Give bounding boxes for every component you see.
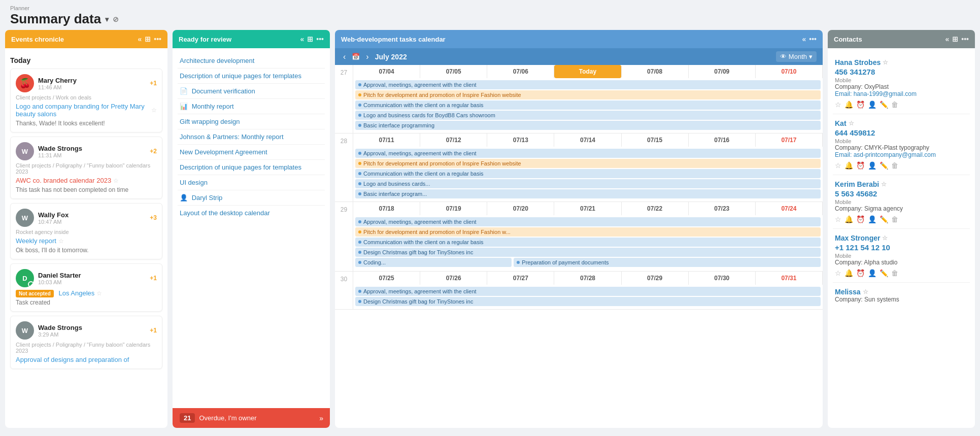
- review-item[interactable]: 📊 Monthly report: [178, 99, 325, 114]
- review-item[interactable]: Description of unique pages for template…: [178, 69, 325, 84]
- star-icon[interactable]: ☆: [881, 181, 887, 188]
- calendar-event[interactable]: Preparation of payment documents: [514, 258, 821, 267]
- review-settings-icon[interactable]: ⊞: [307, 35, 313, 43]
- star-icon[interactable]: ☆: [58, 238, 64, 245]
- review-item[interactable]: Layout of the desktop calendar: [178, 206, 325, 220]
- star-action-icon[interactable]: ☆: [835, 269, 841, 277]
- calendar-event[interactable]: Approval, meetings, agreement with the c…: [355, 287, 821, 296]
- contact-name[interactable]: Kat ☆: [835, 119, 968, 127]
- review-item-link[interactable]: Monthly report: [192, 103, 234, 110]
- star-icon[interactable]: ☆: [151, 107, 157, 114]
- edit-icon[interactable]: ✏️: [880, 215, 888, 223]
- calendar-collapse-icon[interactable]: «: [802, 35, 806, 43]
- calendar-event[interactable]: Logo and business cards for BoydB8 Cars …: [355, 111, 821, 120]
- bell-icon[interactable]: 🔔: [844, 161, 853, 170]
- title-dropdown-arrow[interactable]: ▾: [105, 15, 109, 23]
- calendar-event[interactable]: Pitch for development and promotion of I…: [355, 227, 821, 237]
- review-item[interactable]: 📄 Document verification: [178, 84, 325, 99]
- person-icon[interactable]: 👤: [868, 100, 876, 109]
- star-action-icon[interactable]: ☆: [835, 161, 841, 170]
- events-collapse-icon[interactable]: «: [138, 35, 142, 43]
- events-settings-icon[interactable]: ⊞: [145, 35, 151, 43]
- contact-name[interactable]: Max Stronger ☆: [835, 234, 968, 242]
- calendar-event[interactable]: Basic interface program...: [355, 189, 821, 198]
- calendar-event[interactable]: Basic interface programming: [355, 121, 821, 130]
- calendar-event[interactable]: Design Christmas gift bag for TinyStones…: [355, 248, 821, 257]
- clock-icon[interactable]: ⏰: [856, 100, 865, 109]
- bell-icon[interactable]: 🔔: [844, 100, 853, 109]
- review-collapse-icon[interactable]: «: [300, 35, 304, 43]
- trash-icon[interactable]: 🗑: [891, 100, 898, 109]
- star-icon[interactable]: ☆: [882, 234, 888, 242]
- view-selector[interactable]: 👁 Month ▾: [776, 51, 817, 62]
- review-item[interactable]: Description of unique pages for template…: [178, 160, 325, 175]
- clock-icon[interactable]: ⏰: [856, 161, 865, 170]
- calendar-event[interactable]: Approval, meetings, agreement with the c…: [355, 149, 821, 158]
- review-more-icon[interactable]: •••: [316, 35, 324, 43]
- review-item[interactable]: UI design: [178, 175, 325, 190]
- bell-icon[interactable]: 🔔: [844, 215, 853, 223]
- calendar-event[interactable]: Approval, meetings, agreement with the c…: [355, 217, 821, 226]
- star-icon[interactable]: ☆: [113, 177, 119, 184]
- review-item[interactable]: Johnson & Partners: Monthly report: [178, 129, 325, 145]
- review-item[interactable]: 👤 Daryl Strip: [178, 190, 325, 206]
- star-icon[interactable]: ☆: [863, 288, 868, 295]
- review-item-link[interactable]: Johnson & Partners: Monthly report: [180, 133, 284, 141]
- review-item-link[interactable]: UI design: [180, 179, 208, 186]
- review-item-link[interactable]: Document verification: [192, 87, 255, 95]
- calendar-event[interactable]: Coding...: [355, 258, 512, 267]
- contact-name[interactable]: Kerim Berabi ☆: [835, 180, 968, 188]
- review-item-link[interactable]: Layout of the desktop calendar: [180, 209, 270, 217]
- review-item-link[interactable]: Description of unique pages for template…: [180, 72, 301, 80]
- edit-icon[interactable]: ✏️: [880, 100, 888, 109]
- events-more-icon[interactable]: •••: [154, 35, 161, 43]
- contact-name[interactable]: Hana Strobes ☆: [835, 58, 968, 66]
- trash-icon[interactable]: 🗑: [891, 215, 898, 223]
- person-icon[interactable]: 👤: [868, 215, 876, 223]
- contacts-more-icon[interactable]: •••: [961, 35, 969, 43]
- star-action-icon[interactable]: ☆: [835, 215, 841, 223]
- event-link[interactable]: Logo and company branding for Pretty Mar…: [16, 103, 157, 118]
- contacts-settings-icon[interactable]: ⊞: [952, 35, 958, 43]
- contact-name[interactable]: Melissa ☆: [835, 288, 968, 296]
- trash-icon[interactable]: 🗑: [891, 161, 898, 170]
- overdue-arrows-icon[interactable]: »: [319, 414, 323, 422]
- edit-icon[interactable]: ✏️: [880, 269, 888, 277]
- trash-icon[interactable]: 🗑: [891, 269, 898, 277]
- edit-icon[interactable]: ✏️: [880, 161, 888, 170]
- star-action-icon[interactable]: ☆: [835, 100, 841, 109]
- calendar-next-button[interactable]: ›: [364, 52, 370, 61]
- person-icon[interactable]: 👤: [868, 269, 876, 277]
- filter-icon[interactable]: ⊘: [113, 15, 119, 23]
- star-icon[interactable]: ☆: [849, 120, 854, 127]
- clock-icon[interactable]: ⏰: [856, 269, 865, 277]
- contact-email[interactable]: Email: hana-1999@gmail.com: [835, 90, 968, 97]
- contacts-collapse-icon[interactable]: «: [945, 35, 949, 43]
- event-link[interactable]: Approval of designs and preparation of: [16, 356, 157, 363]
- event-link[interactable]: AWC co. branded calendar 2023 ☆: [16, 177, 157, 184]
- calendar-event[interactable]: Approval, meetings, agreement with the c…: [355, 80, 821, 89]
- calendar-event[interactable]: Logo and business cards...: [355, 179, 821, 188]
- person-icon[interactable]: 👤: [868, 161, 876, 170]
- contact-email[interactable]: Email: asd-printcompany@gmail.com: [835, 151, 968, 158]
- calendar-event[interactable]: Design Christmas gift bag for TinyStones…: [355, 297, 821, 306]
- review-item-link[interactable]: New Development Agreement: [180, 148, 267, 156]
- calendar-icon[interactable]: 📅: [352, 53, 360, 60]
- calendar-event[interactable]: Communication with the client on a regul…: [355, 238, 821, 247]
- review-item-link[interactable]: Description of unique pages for template…: [180, 163, 301, 171]
- calendar-event[interactable]: Communication with the client on a regul…: [355, 169, 821, 178]
- bell-icon[interactable]: 🔔: [844, 269, 853, 277]
- review-item[interactable]: New Development Agreement: [178, 145, 325, 160]
- calendar-event[interactable]: Pitch for development and promotion of I…: [355, 90, 821, 99]
- review-item-link[interactable]: Architecture development: [180, 57, 254, 64]
- star-icon[interactable]: ☆: [96, 290, 102, 297]
- calendar-event[interactable]: Pitch for development and promotion of I…: [355, 159, 821, 168]
- calendar-more-icon[interactable]: •••: [809, 35, 817, 43]
- calendar-prev-button[interactable]: ‹: [341, 52, 348, 61]
- event-link[interactable]: Los Angeles: [58, 289, 94, 297]
- review-item[interactable]: Architecture development: [178, 53, 325, 69]
- calendar-event[interactable]: Communication with the client on a regul…: [355, 100, 821, 110]
- review-item-link[interactable]: Gift wrapping design: [180, 118, 240, 125]
- star-icon[interactable]: ☆: [883, 59, 888, 66]
- review-item-link[interactable]: Daryl Strip: [192, 194, 223, 202]
